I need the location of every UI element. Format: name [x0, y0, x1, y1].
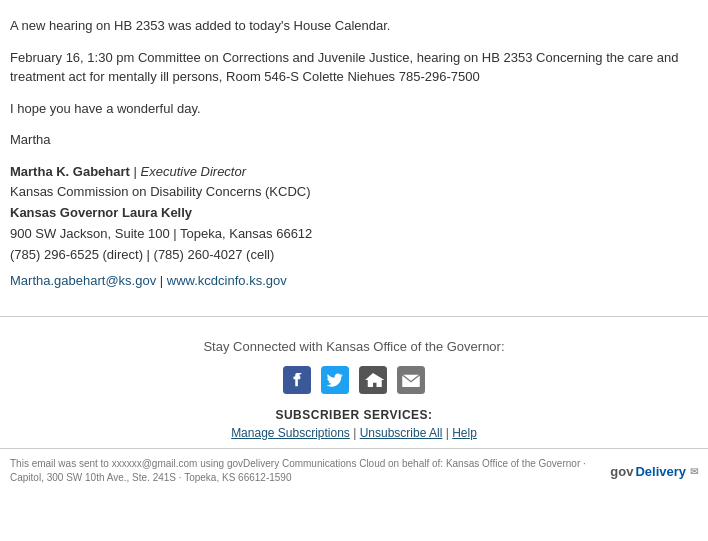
- closing: Martha: [10, 130, 690, 150]
- logo-delivery: Delivery: [635, 464, 686, 479]
- sig-name-line: Martha K. Gabehart | Executive Director: [10, 162, 690, 183]
- logo-gov: gov: [610, 464, 633, 479]
- home-icon[interactable]: [357, 364, 389, 396]
- sig-website-link[interactable]: www.kcdcinfo.ks.gov: [167, 273, 287, 288]
- sig-title: Executive Director: [141, 164, 246, 179]
- sig-email-link[interactable]: Martha.gabehart@ks.gov: [10, 273, 156, 288]
- disclaimer-text: This email was sent to xxxxxx@gmail.com …: [10, 457, 590, 485]
- subscriber-label: SUBSCRIBER SERVICES:: [0, 408, 708, 422]
- help-link[interactable]: Help: [452, 426, 477, 440]
- social-icons-row: [0, 364, 708, 396]
- footer-section: Stay Connected with Kansas Office of the…: [0, 331, 708, 448]
- sig-links-separator: |: [160, 273, 167, 288]
- sig-address: 900 SW Jackson, Suite 100 | Topeka, Kans…: [10, 224, 690, 245]
- unsubscribe-link[interactable]: Unsubscribe All: [360, 426, 443, 440]
- govdelivery-logo: govDelivery ✉: [610, 464, 698, 479]
- paragraph-1: A new hearing on HB 2353 was added to to…: [10, 16, 690, 36]
- sig-separator: |: [134, 164, 141, 179]
- stay-connected-text: Stay Connected with Kansas Office of the…: [0, 339, 708, 354]
- sig-links: Martha.gabehart@ks.gov | www.kcdcinfo.ks…: [10, 271, 690, 292]
- facebook-icon[interactable]: [281, 364, 313, 396]
- paragraph-3: I hope you have a wonderful day.: [10, 99, 690, 119]
- email-icon[interactable]: [395, 364, 427, 396]
- twitter-icon[interactable]: [319, 364, 351, 396]
- sig-name: Martha K. Gabehart: [10, 164, 130, 179]
- subscriber-links: Manage Subscriptions | Unsubscribe All |…: [0, 426, 708, 440]
- manage-subscriptions-link[interactable]: Manage Subscriptions: [231, 426, 350, 440]
- logo-icon: ✉: [690, 466, 698, 477]
- paragraph-2: February 16, 1:30 pm Committee on Correc…: [10, 48, 690, 87]
- bottom-footer: This email was sent to xxxxxx@gmail.com …: [0, 448, 708, 493]
- sig-gov: Kansas Governor Laura Kelly: [10, 203, 690, 224]
- sig-phone: (785) 296-6525 (direct) | (785) 260-4027…: [10, 245, 690, 266]
- signature-block: Martha K. Gabehart | Executive Director …: [10, 162, 690, 293]
- divider-1: [0, 316, 708, 317]
- sig-org: Kansas Commission on Disability Concerns…: [10, 182, 690, 203]
